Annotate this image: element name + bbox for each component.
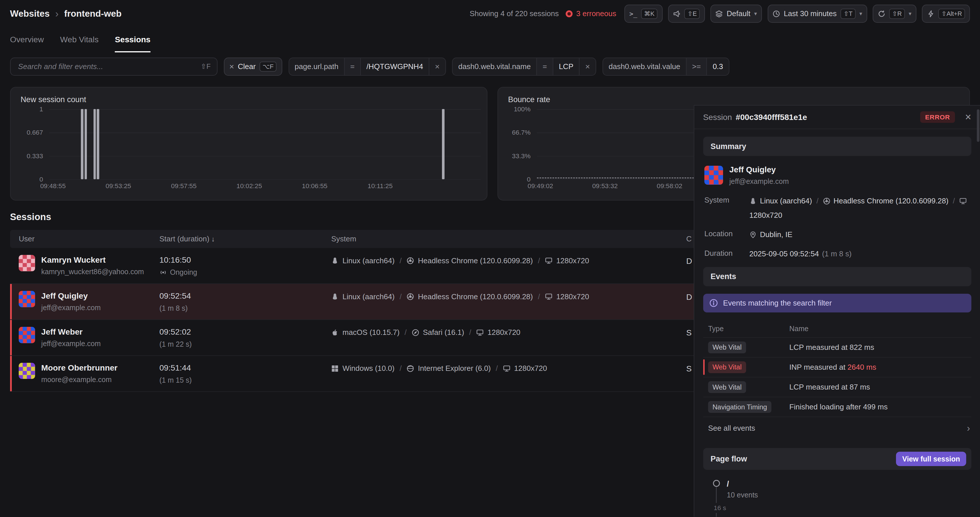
- filter-chip-vital-value[interactable]: dash0.web.vital.value >= 0.3: [603, 57, 729, 76]
- chip-remove-icon[interactable]: ×: [429, 58, 445, 75]
- x-axis: 09:48:5509:53:2509:57:5510:02:2510:06:55…: [49, 182, 480, 192]
- dashboard-select-label: Default: [727, 9, 751, 18]
- event-name: Finished loading after 499 ms: [789, 402, 970, 411]
- x-tick-label: 10:06:55: [302, 182, 328, 190]
- y-axis: 100% 66.7% 33.3% 0: [507, 109, 533, 179]
- x-tick-label: 09:53:25: [106, 182, 131, 190]
- clear-filters-button[interactable]: × Clear ⌥F: [224, 57, 282, 76]
- view-full-session-button[interactable]: View full session: [896, 452, 966, 466]
- top-bar: Websites › frontend-web Showing 4 of 220…: [0, 0, 980, 28]
- linux-icon: [331, 257, 339, 264]
- session-detail-panel: Session #00c3940fff581e1e ERROR × Summar…: [694, 105, 980, 517]
- session-start-time: 09:52:54: [159, 291, 331, 301]
- time-range-shortcut: ⇧T: [840, 9, 856, 19]
- filter-chip-url-path[interactable]: page.url.path = /HQTGWGPNH4 ×: [289, 57, 446, 76]
- search-shortcut-hint: ⇧F: [201, 62, 211, 70]
- see-all-events-link[interactable]: See all events ›: [703, 417, 971, 439]
- search-input[interactable]: [17, 62, 200, 72]
- location-pin-icon: [749, 231, 757, 239]
- refresh-button[interactable]: ⇧R ▾: [873, 5, 916, 23]
- chevron-down-icon: ▾: [908, 10, 912, 17]
- events-table-header: Type Name: [703, 320, 971, 337]
- terminal-icon: >_: [629, 10, 637, 17]
- chip-key: dash0.web.vital.value: [603, 58, 686, 75]
- chart-title: Bounce rate: [498, 87, 969, 107]
- error-dot-icon: [566, 10, 573, 17]
- location-row: Location Dublin, IE: [704, 228, 970, 242]
- session-duration: (1 m 22 s): [159, 340, 192, 348]
- y-tick-label: 33.3%: [512, 152, 531, 160]
- auto-refresh-shortcut: ⇧Alt+R: [938, 9, 965, 19]
- chip-remove-icon[interactable]: ×: [579, 58, 596, 75]
- y-tick-label: 66.7%: [512, 129, 531, 136]
- x-tick-label: 09:48:55: [40, 182, 66, 190]
- event-row[interactable]: Web Vital LCP measured at 87 ms: [703, 377, 971, 397]
- x-tick-label: 09:53:32: [592, 182, 618, 190]
- event-name: LCP measured at 822 ms: [789, 343, 970, 352]
- page-tabs: Overview Web Vitals Sessions: [0, 28, 980, 52]
- event-type-badge: Web Vital: [708, 381, 746, 393]
- column-user[interactable]: User: [19, 234, 159, 243]
- page-flow-section-header: Page flow View full session: [703, 448, 971, 470]
- dashboard-select-button[interactable]: Default ▾: [710, 5, 762, 23]
- session-start-time: 09:52:02: [159, 327, 331, 337]
- panel-body: Summary Jeff Quigley jeff@example.com Sy…: [694, 129, 980, 517]
- tab-web-vitals[interactable]: Web Vitals: [60, 28, 99, 52]
- event-row-error[interactable]: Web Vital INP measured at 2640 ms: [703, 357, 971, 377]
- erroneous-filter[interactable]: 3 erroneous: [566, 9, 616, 18]
- column-start[interactable]: Start (duration) ↓: [159, 234, 331, 243]
- megaphone-icon: [673, 10, 681, 17]
- chrome-icon: [823, 197, 830, 205]
- close-icon[interactable]: ×: [965, 112, 971, 122]
- y-axis: 1 0.667 0.333 0: [19, 109, 45, 179]
- page-path: /: [727, 479, 971, 489]
- breadcrumb-current: frontend-web: [64, 8, 121, 19]
- user-name: Jeff Quigley: [729, 165, 789, 175]
- x-tick-label: 09:57:55: [171, 182, 197, 190]
- command-palette-button[interactable]: >_ ⌘K: [624, 5, 662, 23]
- tab-overview[interactable]: Overview: [10, 28, 44, 52]
- system-info: Linux (aarch64)/ Headless Chrome (120.0.…: [331, 256, 686, 265]
- duration-row: Duration 2025-09-05 09:52:54 (1 m 8 s): [704, 247, 970, 261]
- event-row[interactable]: Web Vital LCP measured at 822 ms: [703, 337, 971, 357]
- x-tick-label: 10:11:25: [368, 182, 393, 190]
- tab-sessions[interactable]: Sessions: [115, 28, 151, 52]
- apple-icon: [331, 329, 339, 336]
- errors-toggle-button[interactable]: ⇧E: [668, 5, 705, 23]
- linux-icon: [749, 197, 757, 205]
- breadcrumb-chevron-icon: ›: [55, 9, 59, 19]
- user-name: Jeff Quigley: [41, 291, 101, 301]
- session-label: Session: [703, 113, 732, 122]
- chrome-icon: [407, 293, 414, 301]
- x-tick-label: 10:02:25: [237, 182, 262, 190]
- time-range-button[interactable]: Last 30 minutes ⇧T ▾: [768, 5, 867, 23]
- system-info: macOS (10.15.7)/ Safari (16.1)/ 1280x720: [331, 328, 686, 337]
- event-name: LCP measured at 87 ms: [789, 383, 970, 391]
- live-broadcast-icon: [159, 269, 167, 276]
- command-palette-shortcut: ⌘K: [641, 9, 658, 19]
- avatar: [19, 363, 35, 379]
- user-name: Moore Oberbrunner: [41, 363, 118, 373]
- page-flow-page[interactable]: / 10 events: [713, 479, 971, 499]
- page-flow-timeline: / 10 events 16 s Switch to tab 2 Switch …: [713, 479, 971, 517]
- event-type-badge: Web Vital: [708, 342, 746, 353]
- close-icon: ×: [229, 62, 234, 72]
- chart-bar: [97, 109, 99, 179]
- clear-shortcut: ⌥F: [259, 62, 277, 72]
- avatar: [19, 255, 35, 271]
- session-duration: (1 m 15 s): [159, 376, 192, 384]
- page-node-icon: [713, 480, 720, 487]
- lightning-icon: [927, 10, 935, 17]
- y-tick-label: 0.667: [27, 129, 43, 136]
- y-tick-label: 0.333: [27, 152, 43, 160]
- column-system[interactable]: System: [331, 234, 686, 243]
- filter-chip-vital-name[interactable]: dash0.web.vital.name = LCP ×: [452, 57, 596, 76]
- y-tick-label: 1: [40, 105, 43, 113]
- breadcrumb-root[interactable]: Websites: [10, 8, 50, 19]
- y-tick-label: 0: [40, 175, 43, 183]
- safari-icon: [412, 329, 419, 336]
- system-info: Linux (aarch64)/ Headless Chrome (120.0.…: [331, 292, 686, 301]
- panel-scrollbar[interactable]: [977, 109, 979, 142]
- event-row[interactable]: Navigation Timing Finished loading after…: [703, 397, 971, 417]
- auto-refresh-button[interactable]: ⇧Alt+R: [922, 5, 970, 23]
